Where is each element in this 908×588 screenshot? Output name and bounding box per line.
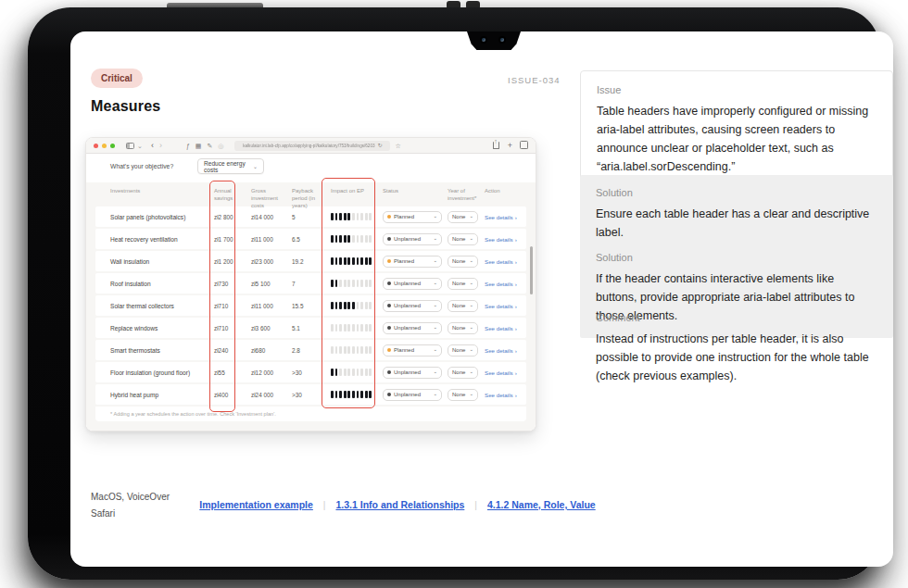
objective-dropdown[interactable]: Reduce energy costs ⌄ <box>197 158 264 174</box>
status-dropdown[interactable]: Unplanned ⌄ <box>383 233 442 245</box>
impact-bar-empty <box>352 346 355 354</box>
camera-notch <box>467 31 521 50</box>
investment-name: Solar panels (photovoltaics) <box>110 214 214 220</box>
bookmark-star-icon[interactable]: ☆ <box>395 143 400 149</box>
column-header: Gross investment costs <box>251 188 292 209</box>
forward-icon[interactable]: › <box>159 142 162 150</box>
annual-savings-value: zł1 200 <box>214 258 251 265</box>
link-separator: | <box>474 500 477 510</box>
impact-bar-empty <box>357 346 359 354</box>
see-details-link[interactable]: See details› <box>485 325 517 332</box>
close-window-button[interactable] <box>94 144 98 148</box>
payback-value: 2.8 <box>292 347 331 354</box>
impact-bar-filled <box>344 391 347 398</box>
extension-icons: ƒ ▦ ✎ ◎ <box>186 143 224 149</box>
address-bar[interactable]: kalkulator.int.lab-cfp.app/co/applying-p… <box>234 141 390 151</box>
year-dropdown[interactable]: None ⌄ <box>448 322 478 334</box>
chevron-down-icon: ⌄ <box>469 392 473 397</box>
new-tab-icon[interactable]: + <box>508 142 512 150</box>
see-details-link[interactable]: See details› <box>485 214 517 220</box>
status-label: Unplanned <box>394 236 430 242</box>
browser-window: ⌄ ‹ › ƒ ▦ ✎ ◎ kalkulator.int.lab-cfp.app… <box>85 137 536 432</box>
status-dropdown[interactable]: Unplanned ⌄ <box>383 389 442 401</box>
year-label: None <box>452 214 466 219</box>
environment-line: Safari <box>91 506 170 522</box>
chevron-down-icon[interactable]: ⌄ <box>137 143 143 149</box>
year-dropdown[interactable]: None ⌄ <box>448 233 478 245</box>
status-label: Planned <box>394 214 430 219</box>
impact-bar-empty <box>369 346 372 354</box>
status-dot <box>387 281 391 285</box>
table-row: Solar thermal collectors zł710 zł11 000 … <box>95 295 526 316</box>
see-details-link[interactable]: See details› <box>485 392 517 398</box>
impact-bar-empty <box>344 369 347 376</box>
status-dropdown[interactable]: Planned ⌄ <box>383 344 442 357</box>
sidebar-icon[interactable] <box>126 143 134 149</box>
year-dropdown[interactable]: None ⌄ <box>448 344 478 357</box>
severity-badge: Critical <box>91 69 143 88</box>
status-dropdown[interactable]: Unplanned ⌄ <box>383 278 442 290</box>
see-details-link[interactable]: See details› <box>485 258 517 265</box>
see-details-link[interactable]: See details› <box>485 236 517 243</box>
impact-bar-empty <box>369 324 372 332</box>
year-dropdown[interactable]: None ⌄ <box>448 278 478 290</box>
chevron-down-icon: ⌄ <box>469 236 473 242</box>
impact-bar-empty <box>357 213 359 220</box>
payback-value: 6.5 <box>292 236 331 243</box>
chevron-right-icon: › <box>515 258 517 265</box>
status-dropdown[interactable]: Unplanned ⌄ <box>383 300 442 312</box>
year-dropdown[interactable]: None ⌄ <box>448 389 478 401</box>
annual-savings-value: zł55 <box>214 369 251 376</box>
extension-icon[interactable]: ✎ <box>207 143 212 149</box>
status-dropdown[interactable]: Planned ⌄ <box>383 211 442 223</box>
year-dropdown[interactable]: None ⌄ <box>448 300 478 312</box>
status-dropdown[interactable]: Unplanned ⌄ <box>383 367 442 379</box>
annual-savings-value: zł710 <box>214 303 251 309</box>
impact-bar-filled <box>365 257 368 265</box>
chevron-down-icon: ⌄ <box>433 347 437 353</box>
extension-icon[interactable]: ▦ <box>195 143 202 149</box>
impact-bar-empty <box>352 235 355 243</box>
reload-icon[interactable]: ↻ <box>378 143 383 148</box>
comment-panel: Comment Instead of instructions per tabl… <box>580 300 893 397</box>
impact-bar-filled <box>347 391 350 398</box>
impact-bar-filled <box>344 235 347 243</box>
see-details-link[interactable]: See details› <box>485 347 517 354</box>
impact-bar-empty <box>339 369 342 376</box>
solution-label: Solution <box>596 252 877 263</box>
chevron-right-icon: › <box>515 392 517 398</box>
see-details-link[interactable]: See details› <box>485 281 517 287</box>
reference-link[interactable]: 1.3.1 Info and Relationships <box>335 499 464 510</box>
reference-link[interactable]: Implementation example <box>199 499 313 510</box>
status-dropdown[interactable]: Planned ⌄ <box>383 256 442 268</box>
extension-icon[interactable]: ◎ <box>218 143 223 149</box>
reference-link[interactable]: 4.1.2 Name, Role, Value <box>487 499 596 510</box>
year-dropdown[interactable]: None ⌄ <box>448 367 478 379</box>
minimize-window-button[interactable] <box>102 144 107 148</box>
gross-costs-value: zł12 000 <box>251 369 292 376</box>
issue-panel: Issue Table headers have improperly conf… <box>580 70 893 191</box>
back-icon[interactable]: ‹ <box>151 142 154 150</box>
tab-overview-icon[interactable] <box>522 143 528 149</box>
scrollbar-thumb[interactable] <box>530 246 533 294</box>
share-icon[interactable] <box>493 142 499 149</box>
investment-name: Roof insulation <box>110 281 214 287</box>
see-details-link[interactable]: See details› <box>485 369 517 376</box>
chevron-down-icon: ⌄ <box>433 214 437 219</box>
impact-bar-empty <box>365 346 368 354</box>
impact-bar-empty <box>369 302 372 309</box>
app-content: What's your objective? Reduce energy cos… <box>86 154 536 431</box>
chevron-down-icon: ⌄ <box>469 281 473 286</box>
status-dropdown[interactable]: Unplanned ⌄ <box>383 322 442 334</box>
year-dropdown[interactable]: None ⌄ <box>448 256 478 268</box>
impact-bars <box>331 369 379 376</box>
extension-icon[interactable]: ƒ <box>186 143 190 149</box>
year-dropdown[interactable]: None ⌄ <box>448 211 478 223</box>
chevron-down-icon: ⌄ <box>253 164 258 169</box>
zoom-window-button[interactable] <box>110 144 115 148</box>
impact-bar-filled <box>335 369 338 376</box>
see-details-link[interactable]: See details› <box>485 303 517 309</box>
browser-chrome: ⌄ ‹ › ƒ ▦ ✎ ◎ kalkulator.int.lab-cfp.app… <box>86 138 536 154</box>
impact-bar-filled <box>347 302 350 309</box>
impact-bar-empty <box>365 302 368 309</box>
